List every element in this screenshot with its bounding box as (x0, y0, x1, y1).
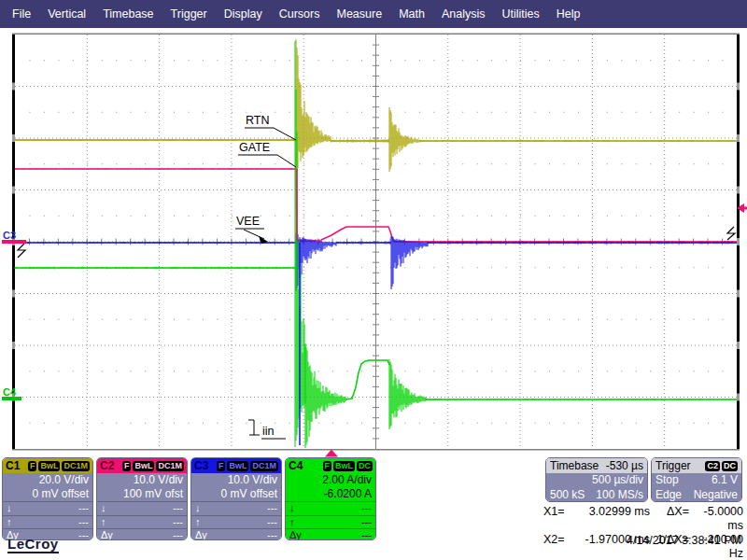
up-arrow-icon: ↑ (195, 516, 201, 529)
channel-c2-min-row: ↓--- (97, 501, 187, 515)
trigger-box[interactable]: Trigger C2 DC Stop6.1 V EdgeNegative (651, 457, 742, 502)
channel-c2-offset: 100 mV ofst (97, 487, 187, 501)
down-arrow-icon: ↓ (195, 502, 201, 515)
channel-box-c3[interactable]: C3 F BwL DC1M 10.0 V/div 0 mV offset ↓--… (190, 457, 282, 540)
channel-c2-max-row: ↑--- (97, 515, 187, 529)
timebase-per-div: 500 µs/div (592, 473, 643, 488)
filter-badge: F (122, 461, 132, 471)
datetime-display: 4/14/2017 3:38:41 PM (627, 534, 741, 547)
svg-text:GATE: GATE (239, 141, 270, 154)
channel-c3-scale: 10.0 V/div (191, 473, 281, 487)
channel-c3-max-row: ↑--- (191, 515, 281, 529)
channel-c3-offset: 0 mV offset (191, 487, 281, 501)
trigger-level: 6.1 V (712, 473, 738, 488)
trigger-type: Edge (655, 488, 682, 503)
filter-badge: F (323, 461, 332, 471)
delta-y-icon: Δy (289, 529, 302, 540)
channel-c2-delta-row: Δy--- (97, 528, 187, 540)
menu-vertical[interactable]: Vertical (39, 0, 94, 28)
menu-analysis[interactable]: Analysis (433, 0, 494, 28)
x1-value: 3.02999 ms (577, 505, 650, 533)
svg-text:C3: C3 (3, 230, 16, 241)
timebase-delay: -530 µs (606, 459, 643, 472)
trigger-slope: Negative (694, 488, 738, 503)
channel-c2-header: C2 F BwL DC1M (97, 458, 187, 473)
menu-help[interactable]: Help (548, 0, 589, 28)
menu-display[interactable]: Display (216, 0, 271, 28)
svg-text:VEE: VEE (236, 215, 260, 228)
channel-c1-min-row: ↓--- (3, 501, 92, 515)
channel-c3-header: C3 F BwL DC1M (191, 458, 281, 473)
bandwidth-limit-badge: BwL (333, 461, 355, 471)
down-arrow-icon: ↓ (289, 502, 295, 515)
channel-c1-offset: 0 mV offset (3, 487, 92, 501)
trigger-time-marker[interactable] (325, 450, 338, 457)
channel-c3-delta-row: Δy--- (191, 528, 281, 540)
bandwidth-limit-badge: BwL (133, 461, 154, 471)
bandwidth-limit-badge: BwL (38, 461, 60, 471)
up-arrow-icon: ↑ (289, 516, 295, 529)
down-arrow-icon: ↓ (101, 502, 106, 515)
channel-c3-name: C3 (194, 458, 208, 473)
channel-box-c2[interactable]: C2 F BwL DC1M 10.0 V/div 100 mV ofst ↓--… (96, 457, 188, 540)
trigger-title: Trigger (655, 459, 691, 472)
channel-c3-min-row: ↓--- (191, 501, 281, 515)
channel-box-c4[interactable]: C4 F BwL DC 2.00 A/div -6.0200 A ↓--- ↑-… (285, 457, 376, 540)
trigger-mode: Stop (655, 473, 679, 488)
timebase-header: Timebase -530 µs (546, 458, 647, 473)
x2-label: X2= (543, 533, 577, 560)
channel-c4-header: C4 F BwL DC (286, 458, 375, 473)
trigger-source-badge: C2 (705, 461, 720, 471)
channel-c4-scale: 2.00 A/div (286, 473, 375, 487)
coupling-badge: DC1M (250, 461, 278, 471)
channel-c1-header: C1 F BwL DC1M (3, 458, 92, 473)
filter-badge: F (217, 461, 226, 471)
menu-trigger[interactable]: Trigger (162, 0, 216, 28)
channel-c1-name: C1 (6, 458, 20, 473)
dx-label: ΔX= (650, 505, 689, 533)
menu-utilities[interactable]: Utilities (493, 0, 547, 28)
coupling-badge: DC1M (156, 461, 184, 471)
menu-file[interactable]: File (4, 0, 39, 28)
channel-c4-offset: -6.0200 A (286, 487, 375, 501)
svg-text:iin: iin (262, 425, 275, 438)
down-arrow-icon: ↓ (7, 502, 12, 515)
coupling-badge: DC (357, 461, 373, 471)
channel-c1-scale: 20.0 V/div (3, 473, 92, 487)
menu-math[interactable]: Math (390, 0, 433, 28)
timebase-box[interactable]: Timebase -530 µs 500 µs/div 500 kS100 MS… (545, 457, 648, 502)
channel-c4-name: C4 (289, 458, 303, 473)
svg-text:RTN: RTN (246, 114, 269, 127)
menu-timebase[interactable]: Timebase (94, 0, 162, 28)
delta-y-icon: Δy (101, 529, 113, 540)
channel-c2-name: C2 (100, 458, 114, 473)
delta-y-icon: Δy (195, 529, 207, 540)
menu-bar: File Vertical Timebase Trigger Display C… (0, 0, 747, 28)
trigger-coupling-badge: DC (722, 461, 738, 471)
timebase-rate: 100 MS/s (596, 488, 643, 503)
filter-badge: F (28, 461, 37, 471)
coupling-badge: DC1M (62, 461, 90, 471)
channel-c4-delta-row: Δy--- (286, 528, 375, 540)
up-arrow-icon: ↑ (101, 516, 106, 529)
bandwidth-limit-badge: BwL (227, 461, 248, 471)
channel-c4-min-row: ↓--- (286, 501, 375, 515)
x1-label: X1= (543, 505, 577, 533)
dx-value: -5.0000 ms (689, 505, 743, 533)
channel-c1-max-row: ↑--- (3, 515, 92, 529)
svg-text:C4: C4 (3, 386, 17, 398)
timebase-title: Timebase (550, 459, 599, 472)
menu-cursors[interactable]: Cursors (271, 0, 329, 28)
timebase-samples: 500 kS (550, 488, 585, 503)
channel-c4-max-row: ↑--- (286, 515, 375, 529)
up-arrow-icon: ↑ (7, 516, 12, 529)
cursor-readout: X1= 3.02999 ms ΔX= -5.0000 ms X2= -1.970… (543, 505, 743, 560)
menu-measure[interactable]: Measure (328, 0, 390, 28)
lecroy-logo: LeCroy (7, 536, 59, 553)
channel-box-c1[interactable]: C1 F BwL DC1M 20.0 V/div 0 mV offset ↓--… (2, 457, 93, 540)
trigger-header: Trigger C2 DC (652, 458, 741, 473)
channel-c2-scale: 10.0 V/div (97, 473, 187, 487)
